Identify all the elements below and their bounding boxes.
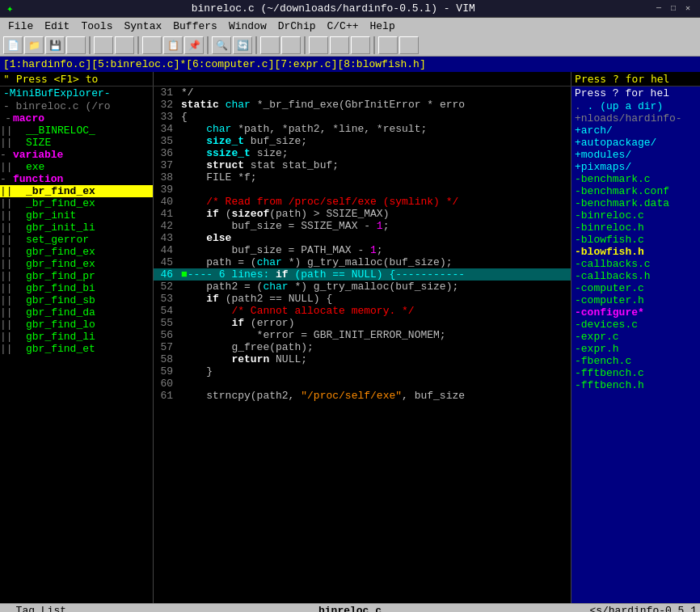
file-item-benchmark-c[interactable]: -benchmark.c bbox=[571, 173, 700, 185]
save-button[interactable]: 💾 bbox=[45, 36, 65, 54]
tag-fn-item-4: || gbr_init_li bbox=[0, 222, 153, 234]
minibuf-right: Press ? for hel bbox=[571, 72, 700, 86]
new-file-button[interactable]: 📄 bbox=[3, 36, 23, 54]
forward-button[interactable]: ▶ bbox=[281, 36, 301, 54]
tag-section-variable: variable bbox=[13, 149, 63, 161]
minibuf-left: " Press <F1> to bbox=[0, 72, 154, 86]
tag-fn-item-3: || gbr_init bbox=[0, 209, 153, 222]
code-line-36: 36 ssize_t size; bbox=[154, 147, 571, 159]
code-line-52: 52 path2 = (char *) g_try_malloc(buf_siz… bbox=[154, 281, 571, 293]
back-button[interactable]: ◀ bbox=[260, 36, 280, 54]
print-button[interactable]: 🖨 bbox=[66, 36, 86, 54]
help-button[interactable]: ? bbox=[378, 36, 398, 54]
code-line-56: 56 *error = GBR_INIT_ERROR_NOMEM; bbox=[154, 329, 571, 341]
menu-item-help[interactable]: Help bbox=[365, 19, 400, 33]
file-item-callbacks-c[interactable]: -callbacks.c bbox=[571, 258, 700, 270]
file-item-computer-c[interactable]: -computer.c bbox=[571, 282, 700, 294]
toolbar-sep-6 bbox=[373, 36, 375, 54]
menu-item-syntax[interactable]: Syntax bbox=[119, 19, 167, 33]
tag-var-item-1: || exe bbox=[0, 161, 153, 173]
maximize-button[interactable]: □ bbox=[668, 3, 679, 15]
code-line-35: 35 size_t buf_size; bbox=[154, 135, 571, 147]
file-item-modules[interactable]: +modules/ bbox=[571, 149, 700, 161]
file-panel-header: Press ? for hel bbox=[571, 87, 700, 100]
file-item-arch[interactable]: +arch/ bbox=[571, 125, 700, 137]
code-line-54: 54 /* Cannot allocate memory. */ bbox=[154, 305, 571, 317]
file-item-blowfish-h[interactable]: -blowfish.h bbox=[571, 246, 700, 258]
tab-bar[interactable]: [1:hardinfo.c][5:binreloc.c]*[6:computer… bbox=[0, 57, 700, 72]
code-line-46-collapsed[interactable]: 46 ■---- 6 lines: if (path == NULL) {---… bbox=[154, 268, 571, 281]
toolbar-sep-5 bbox=[304, 36, 306, 54]
code-line-57: 57 g_free(path); bbox=[154, 341, 571, 353]
code-line-55: 55 if (error) bbox=[154, 317, 571, 329]
file-item-fftbench-c[interactable]: -fftbench.c bbox=[571, 367, 700, 379]
status-left: __Tag_List__ bbox=[3, 605, 234, 612]
file-item-binreloc-c[interactable]: -binreloc.c bbox=[571, 209, 700, 222]
find-button[interactable]: 🔍 bbox=[212, 36, 231, 54]
file-item-autopackage[interactable]: +autopackage/ bbox=[571, 137, 700, 149]
file-item-pixmaps[interactable]: +pixmaps/ bbox=[571, 161, 700, 173]
menu-item-buffers[interactable]: Buffers bbox=[168, 19, 222, 33]
close-button[interactable]: ✕ bbox=[682, 3, 694, 15]
tag-fn-item-10: || gbr_find_sb bbox=[0, 294, 153, 306]
file-item-fbench-c[interactable]: -fbench.c bbox=[571, 355, 700, 367]
copy-button[interactable]: 📋 bbox=[163, 36, 183, 54]
info-button[interactable]: ℹ bbox=[399, 36, 419, 54]
code-line-38: 38 FILE *f; bbox=[154, 171, 571, 184]
minibufexplorer-header: -MiniBufExplorer- bbox=[0, 87, 153, 100]
minibuf-center bbox=[154, 72, 571, 86]
file-item-configure[interactable]: -configure* bbox=[571, 306, 700, 319]
file-item-expr-h[interactable]: -expr.h bbox=[571, 343, 700, 355]
menu-item-window[interactable]: Window bbox=[224, 19, 272, 33]
code-line-34: 34 char *path, *path2, *line, *result; bbox=[154, 123, 571, 135]
menu-item-file[interactable]: File bbox=[3, 19, 38, 33]
merge-button[interactable]: ⇅ bbox=[351, 36, 370, 54]
code-line-44: 44 buf_size = PATH_MAX - 1; bbox=[154, 244, 571, 256]
tag-fn-item-8: || gbr_find_pr bbox=[0, 270, 153, 282]
diff-button[interactable]: ≠ bbox=[309, 36, 328, 54]
tag-fn-item-13: || gbr_find_li bbox=[0, 331, 153, 343]
minimize-button[interactable]: ─ bbox=[653, 3, 664, 15]
code-line-32: 32 static char *_br_find_exe(GbrInitErro… bbox=[154, 99, 571, 111]
menu-item-edit[interactable]: Edit bbox=[40, 19, 74, 33]
toolbar-sep-3 bbox=[207, 36, 209, 54]
file-item-fftbench-h[interactable]: -fftbench.h bbox=[571, 379, 700, 391]
file-item-expr-c[interactable]: -expr.c bbox=[571, 331, 700, 343]
tag-fn-item-11: || gbr_find_da bbox=[0, 306, 153, 319]
file-item-callbacks-h[interactable]: -callbacks.h bbox=[571, 270, 700, 282]
undo-button[interactable]: ↩ bbox=[94, 36, 113, 54]
tag-section-function: function bbox=[13, 173, 63, 185]
file-item-binreloc-h[interactable]: -binreloc.h bbox=[571, 222, 700, 234]
file-up-dir: . . (up a dir) bbox=[571, 100, 700, 112]
tag-fn-item-selected[interactable]: || _br_find_ex bbox=[0, 185, 153, 197]
menu-item-tools[interactable]: Tools bbox=[76, 19, 117, 33]
tag-macro-item-2: || SIZE bbox=[0, 137, 153, 149]
toolbar-sep-4 bbox=[255, 36, 257, 54]
file-item-computer-h[interactable]: -computer.h bbox=[571, 294, 700, 306]
file-item-benchmark-conf[interactable]: -benchmark.conf bbox=[571, 185, 700, 197]
window-controls[interactable]: ─ □ ✕ bbox=[653, 3, 694, 15]
file-item-blowfish-c[interactable]: -blowfish.c bbox=[571, 234, 700, 246]
menu-item-drchip[interactable]: DrChip bbox=[273, 19, 321, 33]
buffer-tabs[interactable]: [1:hardinfo.c][5:binreloc.c]*[6:computer… bbox=[3, 58, 426, 70]
cut-button[interactable]: ✂ bbox=[142, 36, 162, 54]
code-line-33: 33 { bbox=[154, 111, 571, 123]
tag-section-macro: macro bbox=[13, 112, 44, 125]
file-item-devices-c[interactable]: -devices.c bbox=[571, 319, 700, 331]
sync-button[interactable]: ⇄ bbox=[330, 36, 349, 54]
replace-button[interactable]: 🔄 bbox=[233, 36, 252, 54]
open-file-button[interactable]: 📁 bbox=[24, 36, 44, 54]
tag-section-function-row: - function bbox=[0, 173, 153, 185]
file-panel: Press ? for hel . . (up a dir) +nloads/h… bbox=[571, 87, 700, 603]
file-item-benchmark-data[interactable]: -benchmark.data bbox=[571, 197, 700, 209]
tag-macro-item-1: || __BINRELOC_ bbox=[0, 125, 153, 137]
paste-button[interactable]: 📌 bbox=[184, 36, 204, 54]
tag-filename: - binreloc.c (/ro bbox=[0, 100, 153, 112]
code-line-37: 37 struct stat stat_buf; bbox=[154, 159, 571, 171]
tag-fn-item-14: || gbr_find_et bbox=[0, 343, 153, 355]
code-panel[interactable]: 31 */ 32 static char *_br_find_exe(GbrIn… bbox=[154, 87, 571, 603]
tag-fn-item-9: || gbr_find_bi bbox=[0, 282, 153, 294]
code-line-60: 60 bbox=[154, 378, 571, 390]
menu-item-c/c++[interactable]: C/C++ bbox=[323, 19, 364, 33]
redo-button[interactable]: ↪ bbox=[115, 36, 134, 54]
